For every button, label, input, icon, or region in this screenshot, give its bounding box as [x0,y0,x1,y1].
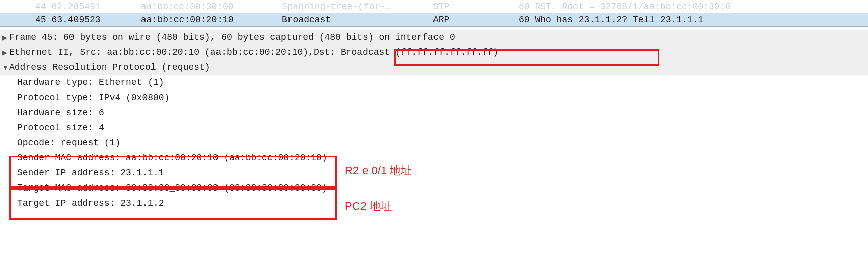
protocol-size-row[interactable]: Protocol size: 4 [0,120,868,135]
opcode-text: Opcode: request (1) [17,138,120,148]
frame-summary-text: Frame 45: 60 bytes on wire (480 bits), 6… [9,32,455,42]
sender-ip-row[interactable]: Sender IP address: 23.1.1.1 [0,165,868,180]
col-info: 60 Who has 23.1.1.2? Tell 23.1.1.1 [519,15,868,25]
packet-list: 44 62.285491 aa:bb:cc:00:30:00 Spanning-… [0,0,868,27]
expand-down-icon[interactable]: ▼ [2,64,9,71]
col-proto: ARP [433,15,519,25]
target-ip-row[interactable]: Target IP address: 23.1.1.2 [0,196,868,211]
sender-mac-row[interactable]: Sender MAC address: aa:bb:cc:00:20:10 (a… [0,150,868,165]
annotation-pc2-label: PC2 地址 [345,199,392,211]
hardware-type-row[interactable]: Hardware type: Ethernet (1) [0,75,868,90]
target-ip-text: Target IP address: 23.1.1.2 [17,198,164,208]
col-dest: Spanning-tree-(for-… [282,2,433,12]
sender-ip-text: Sender IP address: 23.1.1.1 [17,168,164,178]
protocol-type-text: Protocol type: IPv4 (0x0800) [17,92,169,103]
col-source: aa:bb:cc:00:30:00 [141,2,282,12]
col-source: aa:bb:cc:00:20:10 [141,15,282,25]
hardware-size-text: Hardware size: 6 [17,108,104,118]
arp-header-row[interactable]: ▼ Address Resolution Protocol (request) [0,60,868,75]
frame-summary-row[interactable]: ▶ Frame 45: 60 bytes on wire (480 bits),… [0,30,868,45]
col-proto: STP [433,2,519,12]
col-info: 60 RST. Root = 32768/1/aa:bb:cc:00:30:0 [519,2,868,12]
sender-mac-text: Sender MAC address: aa:bb:cc:00:20:10 (a… [17,153,327,163]
annotation-r2-label: R2 e 0/1 地址 [345,163,412,178]
protocol-size-text: Protocol size: 4 [17,123,104,133]
hardware-size-row[interactable]: Hardware size: 6 [0,105,868,120]
target-mac-row[interactable]: Target MAC address: 00:00:00_00:00:00 (0… [0,180,868,196]
expand-right-icon[interactable]: ▶ [2,34,9,41]
packet-details-pane: ▶ Frame 45: 60 bytes on wire (480 bits),… [0,27,868,211]
ethernet-src-text: Ethernet II, Src: aa:bb:cc:00:20:10 (aa:… [9,47,314,57]
col-dest: Broadcast [282,15,433,25]
target-mac-text: Target MAC address: 00:00:00_00:00:00 (0… [17,183,327,193]
col-no: 44 62.285491 [35,2,141,12]
hardware-type-text: Hardware type: Ethernet (1) [17,77,164,87]
arp-header-text: Address Resolution Protocol (request) [9,62,210,72]
col-no: 45 63.409523 [35,15,141,25]
protocol-type-row[interactable]: Protocol type: IPv4 (0x0800) [0,90,868,105]
packet-row[interactable]: 44 62.285491 aa:bb:cc:00:30:00 Spanning-… [0,0,868,13]
ethernet-dst-text: Dst: Broadcast (ff:ff:ff:ff:ff:ff) [314,47,498,57]
opcode-row[interactable]: Opcode: request (1) [0,135,868,150]
ethernet-row[interactable]: ▶ Ethernet II, Src: aa:bb:cc:00:20:10 (a… [0,45,868,60]
expand-right-icon[interactable]: ▶ [2,49,9,56]
packet-row-selected[interactable]: 45 63.409523 aa:bb:cc:00:20:10 Broadcast… [0,13,868,26]
